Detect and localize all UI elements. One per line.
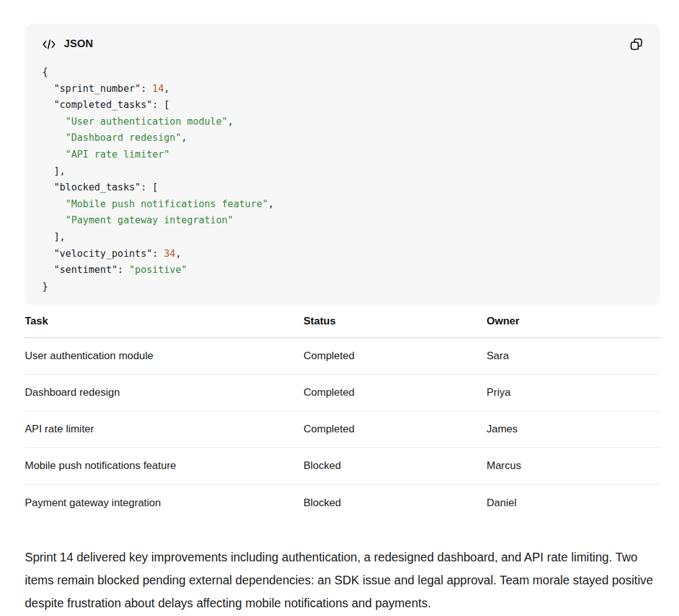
column-header-status: Status bbox=[304, 306, 487, 338]
code-icon bbox=[42, 39, 56, 50]
code-content: { "sprint_number": 14, "completed_tasks"… bbox=[42, 64, 644, 295]
table-row: Payment gateway integrationBlockedDaniel bbox=[25, 484, 660, 521]
code-line: "API rate limiter" bbox=[42, 146, 644, 163]
copy-icon bbox=[629, 37, 644, 51]
code-line: "sentiment": "positive" bbox=[42, 262, 644, 279]
cell-task: User authentication module bbox=[25, 338, 304, 375]
copy-button[interactable] bbox=[628, 36, 644, 52]
task-table: Task Status Owner User authentication mo… bbox=[25, 306, 660, 521]
language-label: JSON bbox=[64, 38, 93, 50]
table-header-row: Task Status Owner bbox=[25, 306, 660, 338]
cell-task: API rate limiter bbox=[25, 411, 304, 448]
code-line: "User authentication module", bbox=[42, 114, 644, 130]
cell-owner: Marcus bbox=[487, 448, 660, 484]
cell-status: Completed bbox=[304, 375, 487, 411]
cell-status: Blocked bbox=[304, 484, 487, 521]
json-code-card: JSON { "sprint_number": 14, "completed_t… bbox=[25, 24, 660, 306]
cell-owner: James bbox=[487, 411, 660, 448]
cell-task: Payment gateway integration bbox=[25, 484, 304, 521]
code-line: { bbox=[42, 64, 644, 81]
table-row: User authentication moduleCompletedSara bbox=[25, 338, 660, 375]
table-row: Mobile push notifications featureBlocked… bbox=[25, 448, 660, 484]
code-line: "sprint_number": 14, bbox=[42, 81, 644, 97]
code-line: ], bbox=[42, 163, 644, 180]
cell-status: Completed bbox=[304, 338, 487, 375]
column-header-owner: Owner bbox=[487, 306, 660, 338]
cell-status: Completed bbox=[304, 411, 487, 448]
table-row: Dashboard redesignCompletedPriya bbox=[25, 375, 660, 411]
code-line: "completed_tasks": [ bbox=[42, 97, 644, 114]
code-line: } bbox=[42, 279, 644, 295]
summary-paragraph: Sprint 14 delivered key improvements inc… bbox=[25, 546, 660, 615]
task-table-body: User authentication moduleCompletedSaraD… bbox=[25, 338, 660, 521]
cell-owner: Sara bbox=[487, 338, 660, 375]
code-line: "Mobile push notifications feature", bbox=[42, 196, 644, 213]
cell-status: Blocked bbox=[304, 448, 487, 484]
cell-task: Dashboard redesign bbox=[25, 375, 304, 411]
code-line: "blocked_tasks": [ bbox=[42, 179, 644, 196]
code-line: ], bbox=[42, 229, 644, 246]
cell-task: Mobile push notifications feature bbox=[25, 448, 304, 484]
code-line: "Dashboard redesign", bbox=[42, 130, 644, 146]
code-line: "Payment gateway integration" bbox=[42, 212, 644, 229]
cell-owner: Daniel bbox=[487, 484, 660, 521]
code-card-header: JSON bbox=[42, 36, 644, 52]
code-line: "velocity_points": 34, bbox=[42, 246, 644, 262]
cell-owner: Priya bbox=[487, 375, 660, 411]
table-row: API rate limiterCompletedJames bbox=[25, 411, 660, 448]
column-header-task: Task bbox=[25, 306, 304, 338]
